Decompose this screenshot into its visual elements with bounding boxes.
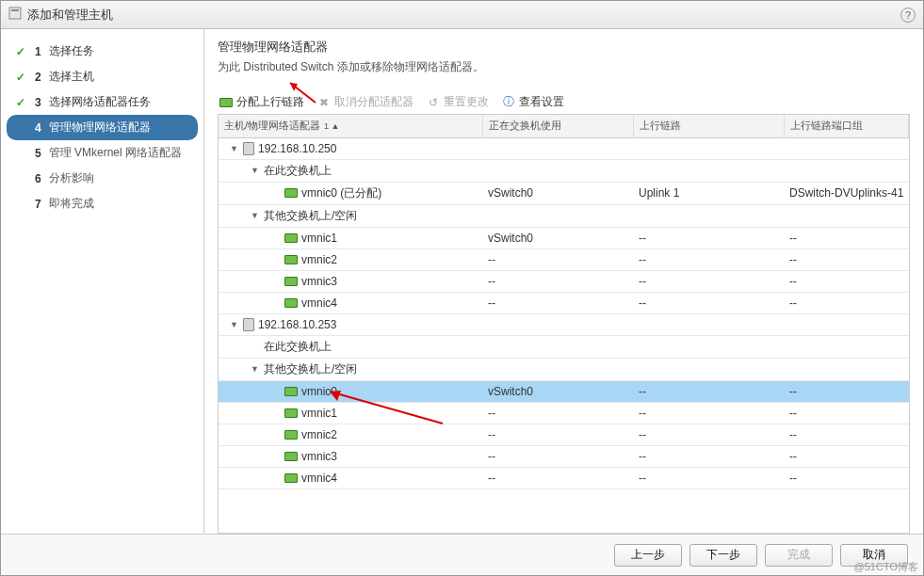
nic-icon <box>284 277 298 286</box>
cell-c3: -- <box>633 402 784 424</box>
info-icon: ⓘ <box>502 96 515 109</box>
twisty-icon[interactable]: ▼ <box>251 211 260 220</box>
col-uplink-portgroup[interactable]: 上行链路端口组 <box>784 115 909 137</box>
step-number: 2 <box>35 71 41 84</box>
col-host-adapter[interactable]: 主机/物理网络适配器1 ▲ <box>219 115 482 137</box>
back-button[interactable]: 上一步 <box>614 544 682 567</box>
cell-c2: vSwitch0 <box>482 182 633 204</box>
group-row[interactable]: ▼其他交换机上/空闲 <box>219 204 909 227</box>
wizard-step-6: ✓6分析影响 <box>1 166 203 191</box>
cell-c4: -- <box>784 402 909 424</box>
cell-c4: -- <box>784 292 909 313</box>
row-label: vmnic1 <box>301 232 337 245</box>
nic-row[interactable]: vmnic1------ <box>219 402 909 424</box>
cell-c2: -- <box>482 467 633 488</box>
cell-c4 <box>784 335 909 358</box>
wizard-step-1[interactable]: ✓1选择任务 <box>1 39 203 64</box>
reset-icon: ↺ <box>427 96 440 109</box>
wizard-sidebar: ✓1选择任务✓2选择主机✓3选择网络适配器任务✓4管理物理网络适配器✓5管理 V… <box>1 29 204 534</box>
row-label: vmnic3 <box>301 275 337 288</box>
cell-c3 <box>633 358 784 380</box>
twisty-icon[interactable]: ▼ <box>230 320 239 329</box>
nic-row[interactable]: vmnic4------ <box>219 467 909 488</box>
cell-c3: -- <box>633 270 784 292</box>
cell-c2 <box>482 313 633 335</box>
cell-c4: -- <box>784 380 909 402</box>
help-icon[interactable]: ? <box>900 8 916 23</box>
twisty-icon[interactable]: ▼ <box>251 364 260 374</box>
cell-c4 <box>784 204 909 227</box>
check-icon: ✓ <box>14 96 27 109</box>
window-icon <box>8 7 22 23</box>
unassign-adapter-button[interactable]: ✖ 取消分配适配器 <box>317 94 413 110</box>
cell-c3 <box>633 159 784 182</box>
nic-row[interactable]: vmnic2------ <box>219 424 909 445</box>
cell-c4 <box>784 159 909 182</box>
check-icon: ✓ <box>14 71 27 84</box>
cell-c4 <box>784 358 909 380</box>
step-number: 6 <box>35 172 41 185</box>
dialog: 添加和管理主机 ? ✓1选择任务✓2选择主机✓3选择网络适配器任务✓4管理物理网… <box>0 0 924 576</box>
group-row[interactable]: ▼其他交换机上/空闲 <box>219 358 909 380</box>
cell-c2: -- <box>482 445 633 467</box>
nic-row[interactable]: vmnic3------ <box>219 270 909 292</box>
assign-uplink-button[interactable]: 分配上行链路 <box>219 94 304 110</box>
twisty-icon[interactable]: ▼ <box>251 166 260 175</box>
unassign-label: 取消分配适配器 <box>334 94 413 110</box>
wizard-step-3[interactable]: ✓3选择网络适配器任务 <box>1 89 203 115</box>
host-row[interactable]: ▼192.168.10.250 <box>219 137 909 159</box>
cell-c3: -- <box>633 227 784 248</box>
step-number: 1 <box>35 45 41 58</box>
step-number: 3 <box>35 96 41 109</box>
nic-row[interactable]: vmnic0 (已分配)vSwitch0Uplink 1DSwitch-DVUp… <box>219 182 909 204</box>
view-settings-button[interactable]: ⓘ 查看设置 <box>502 94 564 110</box>
nic-row[interactable]: vmnic3------ <box>219 445 909 467</box>
watermark: @51CTO博客 <box>854 560 918 574</box>
nic-icon <box>284 452 298 461</box>
nic-row[interactable]: vmnic1vSwitch0---- <box>219 227 909 248</box>
cell-c2: vSwitch0 <box>482 227 633 248</box>
step-label: 即将完成 <box>49 196 194 212</box>
col-in-use[interactable]: 正在交换机使用 <box>482 115 633 137</box>
cell-c4: -- <box>784 467 909 488</box>
cell-c2 <box>482 137 633 159</box>
row-label: 192.168.10.250 <box>258 142 336 155</box>
svg-rect-1 <box>11 9 19 11</box>
row-label: vmnic2 <box>301 253 337 266</box>
group-row[interactable]: 在此交换机上 <box>219 335 909 358</box>
cell-c2 <box>482 358 633 380</box>
nic-row[interactable]: vmnic0vSwitch0---- <box>219 380 909 402</box>
cell-c3: -- <box>633 380 784 402</box>
next-button[interactable]: 下一步 <box>689 544 757 567</box>
cell-c3 <box>633 335 784 358</box>
cell-c3: Uplink 1 <box>633 182 784 204</box>
col-uplink[interactable]: 上行链路 <box>633 115 784 137</box>
wizard-step-7: ✓7即将完成 <box>1 191 203 216</box>
row-label: vmnic0 <box>301 385 337 398</box>
cell-c3 <box>633 313 784 335</box>
toolbar: 分配上行链路 ✖ 取消分配适配器 ↺ 重置更改 ⓘ 查看设置 <box>218 90 910 115</box>
adapter-table: 主机/物理网络适配器1 ▲ 正在交换机使用 上行链路 上行链路端口组 ▼192.… <box>219 115 909 489</box>
nic-row[interactable]: vmnic4------ <box>219 292 909 313</box>
wizard-step-2[interactable]: ✓2选择主机 <box>1 64 203 89</box>
host-icon <box>243 318 254 331</box>
cell-c2 <box>482 159 633 182</box>
nic-row[interactable]: vmnic2------ <box>219 248 909 270</box>
reset-changes-button[interactable]: ↺ 重置更改 <box>427 94 489 110</box>
group-row[interactable]: ▼在此交换机上 <box>219 159 909 182</box>
row-label: vmnic4 <box>301 296 337 310</box>
step-label: 管理物理网络适配器 <box>49 120 188 136</box>
window-title: 添加和管理主机 <box>27 7 113 24</box>
wizard-step-5: ✓5管理 VMkernel 网络适配器 <box>1 140 203 166</box>
row-label: vmnic3 <box>301 450 337 463</box>
cell-c2 <box>482 204 633 227</box>
row-label: vmnic0 (已分配) <box>301 185 381 201</box>
titlebar: 添加和管理主机 ? <box>1 1 923 29</box>
cell-c4: -- <box>784 227 909 248</box>
twisty-icon[interactable]: ▼ <box>230 144 239 153</box>
host-row[interactable]: ▼192.168.10.253 <box>219 313 909 335</box>
svg-rect-0 <box>9 8 21 19</box>
cell-c4 <box>784 313 909 335</box>
cell-c3: -- <box>633 467 784 488</box>
footer: 上一步 下一步 完成 取消 <box>1 534 923 575</box>
